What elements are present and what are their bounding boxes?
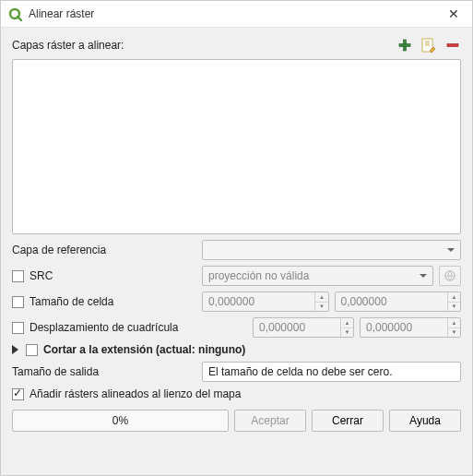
bottom-row: 0% Aceptar Cerrar Ayuda [12,410,461,432]
output-size-label: Tamaño de salida [12,365,99,378]
src-combo-value: proyección no válida [203,267,432,285]
close-button[interactable]: Cerrar [312,410,384,432]
dialog-content: Capas ráster a alinear: Capa de referenc… [1,28,472,475]
clip-checkbox[interactable] [26,344,38,356]
offset-label: Desplazamiento de cuadrícula [30,321,178,334]
cell-label: Tamaño de celda [30,295,113,308]
cell-x-input[interactable]: ▲▼ [202,292,329,312]
cell-row: Tamaño de celda ▲▼ ▲▼ [12,292,461,312]
globe-icon [443,269,456,282]
expand-toggle-icon[interactable] [12,345,18,354]
edit-layer-button[interactable] [420,37,437,54]
reference-row: Capa de referencia [12,240,461,260]
titlebar: Alinear ráster ✕ [1,1,472,28]
plus-icon [397,38,412,53]
add-to-map-checkbox[interactable] [12,388,24,400]
layer-toolbar [396,37,461,54]
minus-icon [445,38,460,53]
offset-row: Desplazamiento de cuadrícula ▲▼ ▲▼ [12,317,461,338]
reference-combo[interactable] [202,240,461,260]
src-picker-button[interactable] [439,266,461,286]
spinner-up[interactable]: ▲ [448,292,460,303]
accept-button[interactable]: Aceptar [234,410,306,432]
progress-text: 0% [112,414,128,427]
dialog-window: Alinear ráster ✕ Capas ráster a alinear:… [0,0,473,476]
pencil-icon [421,38,436,53]
output-size-row: Tamaño de salida El tamaño de celda no d… [12,362,461,382]
offset-y-input[interactable]: ▲▼ [360,317,461,338]
spinner-up[interactable]: ▲ [448,318,460,328]
offset-checkbox[interactable] [12,322,24,334]
close-icon[interactable]: ✕ [443,6,465,21]
src-checkbox[interactable] [12,270,24,282]
layers-listbox[interactable] [12,59,461,234]
spinner-up[interactable]: ▲ [315,292,327,303]
offset-x-value[interactable] [254,318,340,337]
progress-bar: 0% [12,410,229,432]
svg-rect-4 [447,44,458,47]
layers-label: Capas ráster a alinear: [12,39,124,52]
remove-layer-button[interactable] [444,37,461,54]
src-row: SRC proyección no válida [12,266,461,286]
spinner-down[interactable]: ▼ [448,328,460,338]
svg-rect-2 [399,44,410,47]
app-logo-icon [8,6,23,21]
add-layer-button[interactable] [396,37,413,54]
reference-label: Capa de referencia [12,244,106,256]
output-size-field: El tamaño de celda no debe ser cero. [202,362,461,382]
offset-y-value[interactable] [361,318,447,337]
spinner-up[interactable]: ▲ [341,318,353,328]
spinner-down[interactable]: ▼ [448,303,460,312]
src-label: SRC [30,269,53,282]
add-to-map-row: Añadir rásters alineados al lienzo del m… [12,387,461,400]
layers-header: Capas ráster a alinear: [12,37,461,54]
cell-x-value[interactable] [203,292,314,311]
cell-y-input[interactable]: ▲▼ [335,292,462,312]
offset-x-input[interactable]: ▲▼ [253,317,354,338]
src-combo[interactable]: proyección no válida [202,266,433,286]
clip-row: Cortar a la extensión (actual: ninguno) [12,343,461,356]
clip-label: Cortar a la extensión (actual: ninguno) [43,343,245,356]
cell-checkbox[interactable] [12,296,24,308]
spinner-down[interactable]: ▼ [315,303,327,312]
help-button[interactable]: Ayuda [389,410,461,432]
add-to-map-label: Añadir rásters alineados al lienzo del m… [30,387,241,400]
cell-y-value[interactable] [336,292,447,311]
window-title: Alinear ráster [29,7,443,20]
spinner-down[interactable]: ▼ [341,328,353,338]
